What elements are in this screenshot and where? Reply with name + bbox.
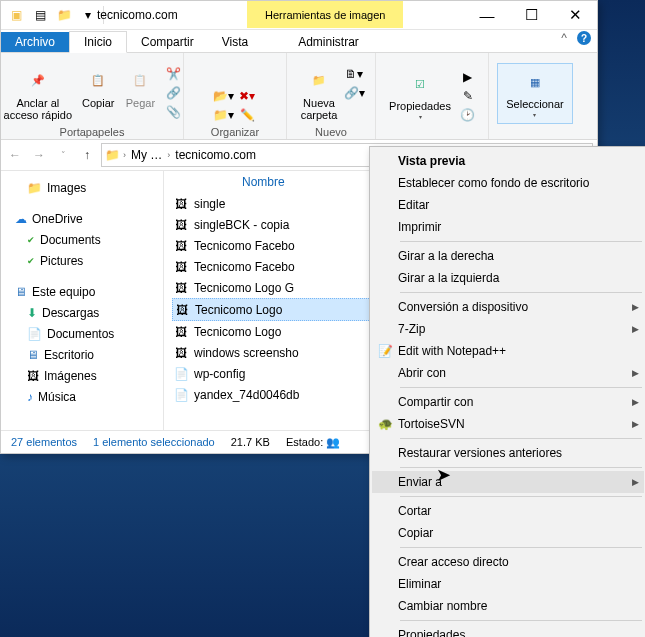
properties-button[interactable]: ☑Propiedades▾ <box>385 68 455 124</box>
edit-icon[interactable]: ✎ <box>457 87 479 105</box>
menu-item[interactable]: Copiar <box>372 522 644 544</box>
nav-tree[interactable]: 📁Images ☁OneDrive ✔Documents ✔Pictures 🖥… <box>1 171 163 430</box>
menu-item[interactable]: Propiedades <box>372 624 644 637</box>
menu-item-label: Conversión a dispositivo <box>398 300 632 314</box>
menu-item[interactable]: Editar <box>372 194 644 216</box>
menu-item[interactable]: Eliminar <box>372 573 644 595</box>
menu-item[interactable]: Restaurar versiones anteriores <box>372 442 644 464</box>
newitem-icon[interactable]: 🗎▾ <box>343 65 365 83</box>
menu-item[interactable]: Cortar <box>372 500 644 522</box>
tab-archivo[interactable]: Archivo <box>1 32 69 52</box>
menu-item[interactable]: Conversión a dispositivo▶ <box>372 296 644 318</box>
menu-item[interactable]: Imprimir <box>372 216 644 238</box>
pin-button[interactable]: 📌Anclar al acceso rápido <box>0 65 76 124</box>
menu-item[interactable]: Establecer como fondo de escritorio <box>372 172 644 194</box>
menu-separator <box>400 387 642 388</box>
history-icon[interactable]: 🕑 <box>457 106 479 124</box>
submenu-arrow-icon: ▶ <box>632 477 644 487</box>
contextual-tab-imagetools[interactable]: Herramientas de imagen <box>247 1 403 28</box>
menu-item[interactable]: 7-Zip▶ <box>372 318 644 340</box>
menu-item[interactable]: Enviar a▶ <box>372 471 644 493</box>
tree-onedrive[interactable]: ☁OneDrive <box>15 208 163 229</box>
crumb-root[interactable]: My … <box>129 148 164 162</box>
copypath-icon[interactable]: 🔗 <box>162 84 184 102</box>
tree-images[interactable]: 📁Images <box>15 177 163 198</box>
window-title: tecnicomo.com <box>97 2 178 28</box>
tree-documents2[interactable]: 📄Documentos <box>15 323 163 344</box>
menu-item-label: Propiedades <box>398 628 632 637</box>
menu-item[interactable]: Girar a la derecha <box>372 245 644 267</box>
file-icon: 📄 <box>172 388 190 402</box>
menu-item-label: Abrir con <box>398 366 632 380</box>
newfolder-button[interactable]: 📁Nueva carpeta <box>297 65 342 124</box>
folder-icon: 📁 <box>105 148 120 162</box>
group-new-label: Nuevo <box>315 126 347 138</box>
easyaccess-icon[interactable]: 🔗▾ <box>343 84 365 102</box>
move-icon[interactable]: 📂▾ <box>212 87 234 105</box>
cut-icon[interactable]: ✂️ <box>162 65 184 83</box>
file-name: Tecnicomo Logo <box>191 303 282 317</box>
tree-music[interactable]: ♪Música <box>15 386 163 407</box>
menu-item-label: Enviar a <box>398 475 632 489</box>
menu-item-icon: 🐢 <box>372 417 398 431</box>
copy-button[interactable]: 📋Copiar <box>78 65 118 124</box>
group-clipboard-label: Portapapeles <box>60 126 125 138</box>
paste-shortcut-icon[interactable]: 📎 <box>162 103 184 121</box>
tab-administrar[interactable]: Administrar <box>284 32 373 52</box>
nav-recent-icon[interactable]: ˅ <box>53 145 73 165</box>
menu-separator <box>400 467 642 468</box>
minimize-button[interactable]: — <box>465 1 509 29</box>
submenu-arrow-icon: ▶ <box>632 324 644 334</box>
menu-item[interactable]: 🐢TortoiseSVN▶ <box>372 413 644 435</box>
nav-up-icon[interactable]: ↑ <box>77 145 97 165</box>
menu-item[interactable]: Vista previa <box>372 150 644 172</box>
help-icon[interactable]: ? <box>577 31 591 45</box>
menu-item[interactable]: Compartir con▶ <box>372 391 644 413</box>
copyto-icon[interactable]: 📁▾ <box>212 106 234 124</box>
tree-thispc[interactable]: 🖥Este equipo <box>15 281 163 302</box>
file-name: singleBCK - copia <box>190 218 289 232</box>
paste-button[interactable]: 📋Pegar <box>120 65 160 124</box>
menu-separator <box>400 620 642 621</box>
select-button[interactable]: ▦Seleccionar▾ <box>497 63 572 124</box>
menu-separator <box>400 292 642 293</box>
delete-icon[interactable]: ✖▾ <box>236 87 258 105</box>
tab-inicio[interactable]: Inicio <box>69 31 127 53</box>
menu-item-label: Cortar <box>398 504 632 518</box>
rename-icon[interactable]: ✏️ <box>236 106 258 124</box>
menu-item[interactable]: Girar a la izquierda <box>372 267 644 289</box>
tab-vista[interactable]: Vista <box>208 32 262 52</box>
menu-item[interactable]: Crear acceso directo <box>372 551 644 573</box>
app-icon[interactable]: ▣ <box>7 6 25 24</box>
tab-compartir[interactable]: Compartir <box>127 32 208 52</box>
menu-item-label: Compartir con <box>398 395 632 409</box>
menu-item-label: TortoiseSVN <box>398 417 632 431</box>
ribbon-collapse-icon[interactable]: ^ <box>561 31 567 45</box>
maximize-button[interactable]: ☐ <box>509 1 553 29</box>
menu-item[interactable]: Abrir con▶ <box>372 362 644 384</box>
tree-od-pictures[interactable]: ✔Pictures <box>15 250 163 271</box>
qat-folder-icon[interactable]: 📁 <box>55 6 73 24</box>
menu-separator <box>400 496 642 497</box>
file-icon: 🖼 <box>172 281 190 295</box>
menu-item-label: Restaurar versiones anteriores <box>398 446 632 460</box>
close-button[interactable]: ✕ <box>553 1 597 29</box>
file-name: yandex_74d0046db <box>190 388 299 402</box>
menu-item[interactable]: 📝Edit with Notepad++ <box>372 340 644 362</box>
qat-dropdown-icon[interactable]: ▾ <box>79 6 97 24</box>
menu-separator <box>400 438 642 439</box>
open-icon[interactable]: ▶ <box>457 68 479 86</box>
crumb-current[interactable]: tecnicomo.com <box>173 148 258 162</box>
tree-downloads[interactable]: ⬇Descargas <box>15 302 163 323</box>
qat-properties-icon[interactable]: ▤ <box>31 6 49 24</box>
tree-od-documents[interactable]: ✔Documents <box>15 229 163 250</box>
menu-item[interactable]: Cambiar nombre <box>372 595 644 617</box>
submenu-arrow-icon: ▶ <box>632 397 644 407</box>
status-estado: Estado: 👥 <box>286 436 340 449</box>
nav-back-icon[interactable]: ← <box>5 145 25 165</box>
tree-pictures2[interactable]: 🖼Imágenes <box>15 365 163 386</box>
tree-desktop[interactable]: 🖥Escritorio <box>15 344 163 365</box>
group-organize-label: Organizar <box>211 126 259 138</box>
context-menu[interactable]: Vista previaEstablecer como fondo de esc… <box>369 146 645 637</box>
menu-item-label: Crear acceso directo <box>398 555 632 569</box>
